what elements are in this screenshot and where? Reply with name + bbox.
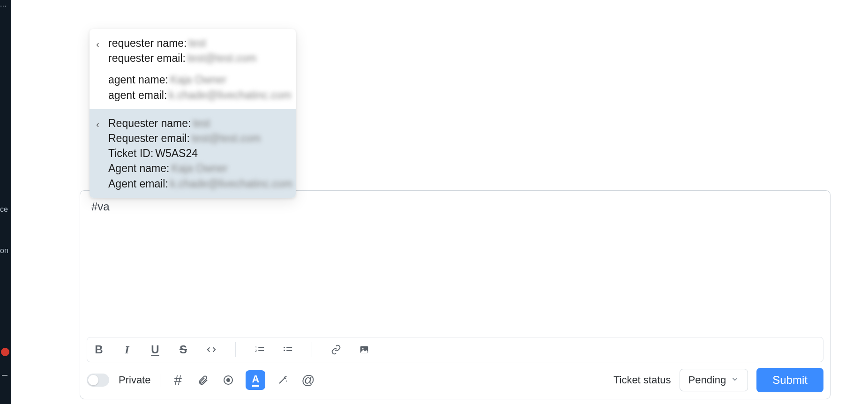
ac-label: Requester name: xyxy=(108,117,191,129)
code-block-button[interactable] xyxy=(204,343,218,357)
bulleted-list-button[interactable] xyxy=(281,343,295,357)
strikethrough-button[interactable]: S xyxy=(176,343,190,357)
compose-editor[interactable]: #va xyxy=(80,191,830,337)
toolbar-separator xyxy=(312,342,312,357)
collapse-icon xyxy=(2,375,7,376)
at-icon: @ xyxy=(301,373,314,388)
compose-reply-card: #va B I U S 1 2 xyxy=(80,190,831,399)
svg-text:2: 2 xyxy=(255,349,257,353)
sidebar-item-fragment-1[interactable]: ... xyxy=(0,0,11,8)
ac-label: Agent email: xyxy=(108,178,168,190)
compose-bottom-bar: Private # A @ xyxy=(80,365,830,399)
record-icon xyxy=(223,374,234,386)
chevron-left-icon: ‹ xyxy=(96,118,99,131)
ac-label: Requester email: xyxy=(108,132,190,144)
autocomplete-item[interactable]: ‹ Requester name:test Requester email:te… xyxy=(90,109,296,198)
svg-point-12 xyxy=(226,378,230,382)
ticket-status-value: Pending xyxy=(688,374,726,386)
divider xyxy=(160,374,160,387)
attachment-button[interactable] xyxy=(195,372,211,388)
magic-wand-icon xyxy=(277,374,288,386)
status-dot-icon xyxy=(1,348,9,356)
ac-value: Kaja Owner xyxy=(171,162,227,174)
canned-response-autocomplete-popup: ‹ requester name:test requester email:te… xyxy=(90,29,296,198)
ac-label: requester email: xyxy=(108,52,186,64)
insert-link-button[interactable] xyxy=(329,343,343,357)
svg-point-10 xyxy=(362,348,364,350)
ac-value: test xyxy=(193,117,210,129)
ticket-status-label: Ticket status xyxy=(614,374,671,386)
canned-response-button[interactable]: # xyxy=(170,372,186,388)
ac-value: W5AS24 xyxy=(155,147,198,159)
ac-value: Kaja Owner xyxy=(170,74,226,86)
ac-value: test@test.com xyxy=(192,132,261,144)
private-toggle[interactable] xyxy=(87,374,109,387)
autocomplete-item[interactable]: ‹ requester name:test requester email:te… xyxy=(90,29,296,109)
submit-button[interactable]: Submit xyxy=(756,368,823,392)
sidebar-item-fragment-3[interactable]: on xyxy=(0,247,11,255)
ac-value: test xyxy=(188,37,206,49)
numbered-list-icon: 1 2 xyxy=(254,344,265,355)
ac-label: Agent name: xyxy=(108,162,169,174)
text-color-button[interactable]: A xyxy=(246,370,265,390)
toolbar-separator xyxy=(235,342,236,357)
underline-button[interactable]: U xyxy=(148,343,162,357)
code-icon xyxy=(206,344,217,355)
left-sidebar: ... ce on xyxy=(0,0,11,404)
mention-button[interactable]: @ xyxy=(300,372,316,388)
ac-label: agent name: xyxy=(108,74,168,86)
ac-value: test@test.com xyxy=(187,52,256,64)
italic-button[interactable]: I xyxy=(120,343,134,357)
sidebar-item-fragment-2[interactable]: ce xyxy=(0,205,11,214)
ac-label: requester name: xyxy=(108,37,187,49)
bold-button[interactable]: B xyxy=(92,343,106,357)
ac-label: Ticket ID: xyxy=(108,147,153,159)
bulleted-list-icon xyxy=(283,344,293,355)
paperclip-icon xyxy=(197,374,209,386)
numbered-list-button[interactable]: 1 2 xyxy=(253,343,267,357)
chevron-down-icon xyxy=(731,374,739,386)
ac-value: k.chade@livechatinc.com xyxy=(170,178,292,190)
svg-point-6 xyxy=(284,350,285,351)
private-label: Private xyxy=(119,374,150,386)
formatting-toolbar: B I U S 1 2 xyxy=(87,337,823,362)
chevron-left-icon: ‹ xyxy=(96,37,99,51)
hash-icon: # xyxy=(174,373,182,387)
magic-wand-button[interactable] xyxy=(275,372,291,388)
record-button[interactable] xyxy=(220,372,236,388)
svg-point-5 xyxy=(284,347,285,348)
link-icon xyxy=(331,344,341,355)
text-color-icon: A xyxy=(252,374,260,387)
insert-image-button[interactable] xyxy=(357,343,371,357)
ac-value: k.chade@livechatinc.com xyxy=(169,89,291,101)
ticket-status-select[interactable]: Pending xyxy=(680,369,748,391)
image-icon xyxy=(359,344,369,355)
ac-label: agent email: xyxy=(108,89,167,101)
